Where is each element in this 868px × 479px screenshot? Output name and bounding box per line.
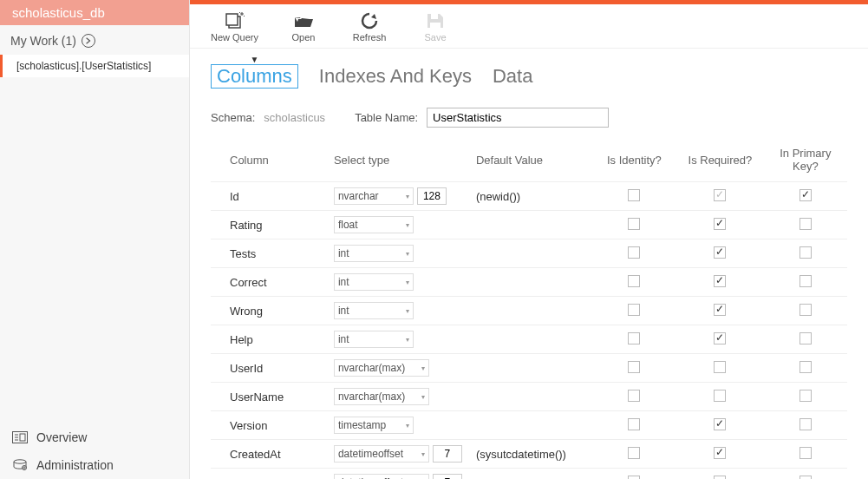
checkbox[interactable]	[799, 361, 812, 373]
type-select[interactable]: nvarchar(max)▾	[334, 359, 429, 377]
checkbox[interactable]	[628, 332, 640, 344]
tab-data[interactable]: Data	[493, 65, 532, 88]
db-name-header[interactable]: scholasticus_db	[0, 0, 189, 25]
checkbox[interactable]	[628, 418, 640, 430]
caret-down-icon: ▼	[250, 55, 258, 64]
arrow-right-icon	[82, 34, 95, 48]
checkbox[interactable]	[799, 476, 812, 480]
col-name[interactable]: Tests	[211, 240, 327, 268]
sidebar-overview[interactable]: Overview	[0, 423, 189, 451]
tab-indexes[interactable]: Indexes And Keys	[319, 65, 472, 88]
checkbox[interactable]	[799, 304, 812, 316]
checkbox[interactable]	[799, 418, 812, 430]
checkbox[interactable]	[799, 447, 812, 459]
refresh-button[interactable]: Refresh	[349, 11, 390, 43]
type-select[interactable]: timestamp▾	[334, 417, 414, 434]
checkbox[interactable]	[714, 390, 726, 402]
tab-columns[interactable]: ▼ Columns	[211, 64, 298, 89]
type-select[interactable]: datetimeoffset▾	[334, 474, 429, 479]
checkbox[interactable]	[714, 275, 726, 287]
checkbox[interactable]	[628, 304, 640, 316]
checkbox[interactable]	[799, 275, 812, 287]
default-value[interactable]	[469, 240, 592, 268]
work-item[interactable]: [scholasticus].[UserStatistics]	[0, 55, 189, 77]
default-value[interactable]	[469, 383, 592, 411]
col-name[interactable]: CreatedAt	[211, 440, 327, 469]
default-value[interactable]: (newid())	[469, 182, 592, 211]
default-value[interactable]	[469, 211, 592, 240]
administration-label: Administration	[36, 458, 114, 472]
checkbox[interactable]	[714, 447, 726, 459]
schema-row: Schema: scholasticus Table Name:	[211, 108, 847, 128]
schema-value: scholasticus	[264, 111, 325, 124]
type-select[interactable]: float▾	[334, 216, 414, 233]
type-select[interactable]: datetimeoffset▾	[334, 445, 429, 463]
main: New Query Open Refresh	[190, 0, 868, 479]
new-query-button[interactable]: New Query	[211, 11, 258, 43]
default-value[interactable]	[469, 268, 592, 297]
default-value[interactable]	[469, 354, 592, 383]
type-select[interactable]: nvarchar▾	[334, 187, 414, 205]
type-select[interactable]: int▾	[334, 302, 414, 319]
checkbox[interactable]	[714, 332, 726, 344]
default-value[interactable]	[469, 411, 592, 440]
checkbox[interactable]	[714, 218, 726, 230]
length-input[interactable]	[417, 187, 447, 205]
checkbox[interactable]	[799, 218, 812, 230]
new-query-icon	[224, 11, 246, 30]
default-value[interactable]	[469, 469, 592, 480]
svg-line-11	[239, 12, 240, 13]
checkbox[interactable]	[628, 447, 640, 459]
checkbox[interactable]	[799, 189, 812, 201]
col-name[interactable]: Wrong	[211, 297, 327, 325]
checkbox[interactable]	[714, 304, 726, 316]
col-name[interactable]: Rating	[211, 211, 327, 240]
sidebar-administration[interactable]: Administration	[0, 451, 189, 479]
checkbox[interactable]	[628, 476, 640, 480]
checkbox[interactable]	[714, 189, 726, 201]
type-select[interactable]: int▾	[334, 331, 414, 348]
type-select[interactable]: int▾	[334, 273, 414, 291]
checkbox[interactable]	[628, 218, 640, 230]
th-type: Select type	[327, 141, 469, 182]
table-row: CreatedAt datetimeoffset▾ (sysutcdatetim…	[211, 440, 847, 469]
table-row: Wrong int▾	[211, 297, 847, 325]
table-row: Id nvarchar▾ (newid())	[211, 182, 847, 211]
checkbox[interactable]	[628, 246, 640, 259]
checkbox[interactable]	[714, 418, 726, 430]
col-name[interactable]: UpdatedAt	[211, 469, 327, 480]
col-name[interactable]: Version	[211, 411, 327, 440]
col-name[interactable]: Id	[211, 182, 327, 211]
type-select[interactable]: int▾	[334, 245, 414, 262]
checkbox[interactable]	[799, 390, 812, 402]
checkbox[interactable]	[628, 275, 640, 287]
checkbox[interactable]	[714, 476, 726, 480]
col-name[interactable]: Help	[211, 325, 327, 354]
col-name[interactable]: Correct	[211, 268, 327, 297]
mywork-label: My Work (1)	[10, 34, 76, 48]
checkbox[interactable]	[628, 189, 640, 201]
checkbox[interactable]	[799, 246, 812, 259]
open-button[interactable]: Open	[283, 11, 324, 43]
col-name[interactable]: UserName	[211, 383, 327, 411]
table-row: Tests int▾	[211, 240, 847, 268]
sidebar: scholasticus_db My Work (1) [scholasticu…	[0, 0, 190, 479]
default-value[interactable]	[469, 297, 592, 325]
length-input[interactable]	[433, 474, 462, 479]
checkbox[interactable]	[628, 390, 640, 402]
th-identity: Is Identity?	[592, 141, 677, 182]
administration-icon	[12, 459, 28, 471]
checkbox[interactable]	[799, 332, 812, 344]
mywork-section[interactable]: My Work (1)	[0, 25, 189, 55]
default-value[interactable]: (sysutcdatetime())	[469, 440, 592, 469]
default-value[interactable]	[469, 325, 592, 354]
tablename-input[interactable]	[427, 108, 609, 128]
checkbox[interactable]	[714, 361, 726, 373]
svg-rect-8	[226, 14, 238, 25]
col-name[interactable]: UserId	[211, 354, 327, 383]
checkbox[interactable]	[628, 361, 640, 373]
checkbox[interactable]	[714, 246, 726, 259]
length-input[interactable]	[433, 445, 462, 463]
type-select[interactable]: nvarchar(max)▾	[334, 388, 429, 405]
new-query-label: New Query	[211, 32, 258, 43]
